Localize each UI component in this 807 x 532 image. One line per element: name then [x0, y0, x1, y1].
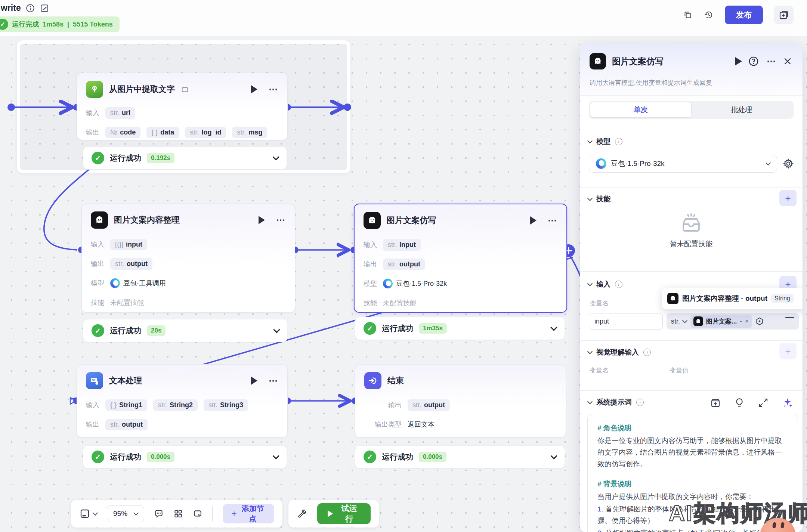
outputs-label: 输出	[91, 259, 104, 268]
input-var-name-field[interactable]	[589, 313, 663, 330]
param-pill: str.input	[383, 239, 421, 251]
add-skill-button[interactable]: +	[779, 190, 797, 206]
model-value: 豆包·工具调用	[110, 278, 166, 288]
run-node-button[interactable]	[251, 85, 257, 93]
node-extract-text[interactable]: 从图片中提取文字 ⋯ 输入 str.url 输出 №code { }data s…	[77, 73, 288, 140]
wrench-icon[interactable]	[297, 508, 307, 519]
model-label: 模型	[91, 279, 104, 288]
expand-icon[interactable]	[758, 397, 769, 408]
panel-title: 图片文案仿写	[612, 56, 664, 67]
node-more-button[interactable]: ⋯	[276, 218, 286, 222]
variable-tooltip: 图片文案内容整理 - output String	[662, 288, 803, 309]
inputs-label: 输入	[86, 400, 99, 409]
add-node-button[interactable]: + 添加节点	[223, 504, 274, 523]
node-status-bar[interactable]: ✓ 运行成功 0.000s	[355, 445, 565, 468]
llm-node-icon	[590, 53, 606, 69]
prompt-heading: # 角色说明	[597, 423, 788, 433]
node-llm-imitate[interactable]: 图片文案仿写 ⋯ 输入 str.input 输出 str.output 模型 豆…	[354, 204, 567, 313]
expand-chevron-icon[interactable]	[550, 452, 557, 459]
model-value: 豆包·1.5·Pro·32k	[383, 279, 447, 288]
panel-more-button[interactable]: ⋯	[767, 59, 776, 63]
vision-var-value-label: 变量值	[670, 366, 689, 375]
edit-icon[interactable]	[40, 3, 49, 13]
run-node-button[interactable]	[251, 377, 257, 385]
test-run-button[interactable]: 试运行	[317, 503, 371, 524]
run-status-label: 运行完成	[12, 20, 39, 29]
model-label: 模型	[364, 279, 377, 288]
node-text-process[interactable]: Str 文本处理 ⋯ 输入 { }String1 str.String2 str…	[77, 364, 288, 437]
model-select[interactable]: 豆包·1.5·Pro·32k	[589, 155, 777, 173]
components-icon[interactable]	[173, 508, 183, 519]
node-status-bar[interactable]: ✓ 运行成功 20s	[83, 319, 288, 342]
node-status-bar[interactable]: ✓ 运行成功 0.192s	[83, 146, 287, 170]
run-node-button[interactable]	[530, 216, 537, 225]
zoom-value: 95%	[113, 510, 127, 518]
inputs-label: 输入	[91, 240, 104, 249]
model-settings-gear-icon[interactable]	[782, 158, 794, 170]
inputs-label: 输入	[86, 108, 99, 117]
skills-section-header[interactable]: 技能	[588, 194, 610, 204]
close-icon[interactable]	[782, 56, 793, 66]
run-status-tokens: 5515 Tokens	[73, 21, 113, 28]
llm-node-icon	[364, 212, 381, 229]
layout-toggle[interactable]	[79, 508, 97, 519]
node-status-bar[interactable]: ✓ 运行成功 0.000s	[83, 445, 287, 468]
node-more-button[interactable]: ⋯	[269, 379, 278, 383]
node-llm-organize[interactable]: 图片文案内容整理 ⋯ 输入 [{}]input 输出 str.output 模型…	[81, 204, 295, 313]
expand-chevron-icon[interactable]	[550, 324, 557, 331]
node-title: 图片文案内容整理	[114, 214, 180, 226]
tab-batch[interactable]: 批处理	[691, 102, 792, 117]
doubao-model-icon	[596, 158, 606, 169]
prompt-heading: # 背景说明	[597, 479, 788, 489]
param-pill: str.log_id	[185, 127, 226, 138]
end-node-icon	[364, 372, 381, 389]
system-prompt-header[interactable]: 系统提示词 i	[588, 398, 644, 407]
node-more-button[interactable]: ⋯	[269, 87, 278, 91]
svg-text:Str: Str	[92, 379, 96, 381]
param-pill: str.output	[105, 419, 148, 430]
help-icon[interactable]	[748, 56, 759, 67]
model-section-header[interactable]: 模型 i	[588, 137, 622, 146]
plugin-badge-icon	[181, 85, 189, 93]
node-status-bar[interactable]: ✓ 运行成功 1m35s	[355, 317, 565, 340]
type-select[interactable]: str.	[671, 318, 680, 325]
input-section-header[interactable]: 输入 i	[588, 279, 622, 289]
expand-chevron-icon[interactable]	[273, 326, 280, 333]
variable-ref-chip[interactable]: 图片文案... - ×	[690, 315, 752, 328]
info-icon[interactable]	[25, 3, 35, 13]
output-type-value: 返回文本	[408, 420, 435, 429]
node-end[interactable]: 结束 输出 str.output 输出类型 返回文本	[355, 364, 566, 437]
param-pill: { }data	[146, 127, 179, 138]
publish-button[interactable]: 发布	[725, 6, 763, 24]
skill-value: 未配置技能	[383, 299, 417, 307]
run-node-button[interactable]	[259, 216, 265, 224]
select-frame-icon[interactable]	[193, 508, 202, 519]
comment-icon[interactable]	[154, 508, 164, 519]
clear-ref-icon[interactable]: ×	[745, 318, 749, 325]
prompt-library-icon[interactable]	[710, 397, 721, 408]
param-pill: str.output	[110, 258, 152, 270]
add-vision-input-button[interactable]: +	[779, 343, 797, 359]
chevron-down-icon	[766, 160, 771, 166]
run-status-time: 1m58s	[43, 21, 64, 28]
remove-input-button[interactable]	[785, 317, 794, 318]
idea-bulb-icon[interactable]	[734, 397, 745, 408]
copy-icon[interactable]	[683, 10, 693, 20]
process-hexagon-icon[interactable]	[755, 316, 764, 326]
expand-chevron-icon[interactable]	[272, 452, 279, 459]
vision-section-header[interactable]: 视觉理解输入 i	[588, 347, 651, 357]
expand-chevron-icon[interactable]	[272, 154, 279, 160]
ai-optimize-sparkle-icon[interactable]	[782, 397, 794, 409]
canvas-toolbar: 95% + 添加节点	[71, 500, 282, 528]
run-node-button[interactable]	[735, 57, 742, 65]
info-icon: i	[643, 349, 651, 356]
ref-text: 图片文案...	[706, 317, 737, 326]
history-icon[interactable]	[704, 10, 714, 20]
node-more-button[interactable]: ⋯	[548, 219, 557, 222]
run-status-badge[interactable]: ✓ 运行完成 1m58s | 5515 Tokens	[0, 16, 120, 32]
zoom-select[interactable]: 95%	[107, 505, 144, 522]
open-in-window-button[interactable]	[774, 6, 794, 24]
outputs-label: 输出	[364, 260, 377, 269]
tab-single[interactable]: 单次	[590, 102, 691, 117]
output-type-label: 输出类型	[375, 420, 402, 429]
